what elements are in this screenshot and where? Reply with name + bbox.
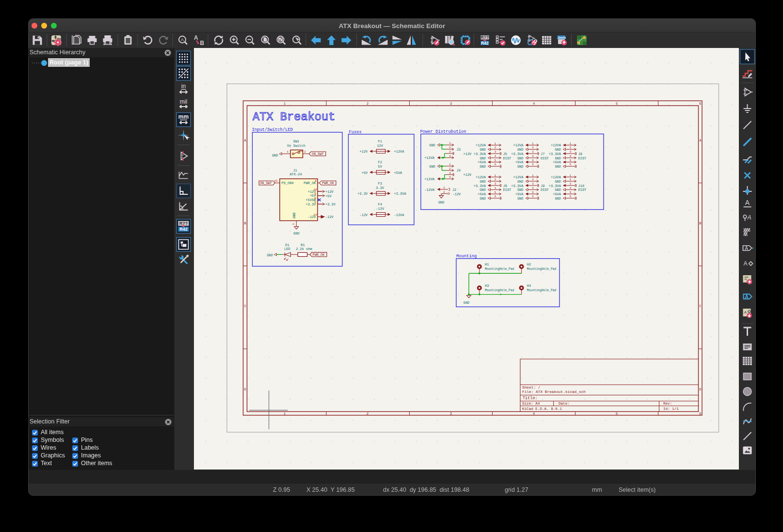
svg-text:4: 4: [449, 155, 451, 158]
svg-text:GND: GND: [479, 197, 486, 201]
svg-text:On Switch: On Switch: [287, 144, 305, 148]
svg-text:4: 4: [570, 155, 572, 158]
svg-text:KiCad E.D.A. 9.0.1: KiCad E.D.A. 9.0.1: [522, 407, 562, 411]
svg-text:1: 1: [443, 186, 445, 189]
svg-text:1: 1: [284, 412, 286, 416]
svg-text:+5VA: +5VA: [515, 192, 524, 196]
svg-text:MountingHole_Pad: MountingHole_Pad: [485, 267, 514, 271]
svg-text:4: 4: [570, 187, 572, 190]
svg-text:5: 5: [532, 191, 534, 194]
svg-text:4: 4: [532, 187, 534, 190]
svg-text:+12VA: +12VA: [424, 177, 435, 181]
svg-text:DIST: DIST: [541, 156, 549, 160]
svg-text:MountingHole_Pad: MountingHole_Pad: [527, 289, 557, 292]
svg-text:+5VA: +5VA: [515, 160, 524, 164]
svg-text:Mounting: Mounting: [456, 254, 477, 259]
svg-text:3: 3: [495, 150, 496, 154]
svg-text:GND: GND: [272, 154, 278, 157]
svg-text:GND: GND: [517, 188, 524, 192]
svg-text:Size: A4: Size: A4: [522, 402, 540, 406]
svg-text:F2: F2: [378, 160, 382, 164]
svg-text:GND: GND: [517, 156, 524, 160]
svg-text:ON_SWT: ON_SWT: [260, 181, 272, 185]
svg-text:+3.3VA: +3.3VA: [549, 184, 561, 188]
svg-text:ON_SWT: ON_SWT: [312, 152, 323, 156]
svg-text:+5VA: +5VA: [553, 160, 561, 164]
svg-text:+12V: +12V: [359, 150, 368, 154]
svg-text:C: C: [699, 304, 701, 308]
svg-text:2: 2: [449, 146, 451, 149]
svg-text:PS_ON#: PS_ON#: [282, 181, 294, 185]
svg-text:Power Distrubution: Power Distrubution: [420, 129, 466, 134]
svg-text:2: 2: [570, 178, 572, 181]
svg-text:GND: GND: [479, 180, 486, 184]
svg-text:GND: GND: [517, 197, 524, 201]
svg-text:4: 4: [495, 187, 496, 190]
svg-text:J10: J10: [578, 184, 585, 188]
svg-text:DIST: DIST: [578, 188, 587, 192]
svg-text:+12VA: +12VA: [394, 150, 405, 154]
svg-text:DIST: DIST: [503, 156, 511, 160]
svg-text:GND: GND: [555, 188, 561, 192]
svg-text:2: 2: [495, 146, 496, 149]
svg-text:J4: J4: [457, 169, 461, 172]
svg-text:D1: D1: [285, 243, 289, 247]
svg-text:5: 5: [570, 159, 572, 162]
svg-text:4: 4: [495, 155, 496, 158]
svg-text:6: 6: [495, 195, 496, 198]
svg-text:+12V: +12V: [463, 173, 472, 177]
svg-text:DIST: DIST: [578, 156, 587, 160]
svg-text:R42: R42: [481, 41, 489, 46]
svg-text:3: 3: [449, 150, 451, 154]
svg-text:-12V: -12V: [453, 192, 462, 196]
svg-text:2: 2: [304, 150, 306, 154]
svg-text:J2: J2: [452, 188, 456, 192]
svg-text:B: B: [200, 40, 205, 47]
svg-text:J9: J9: [541, 184, 544, 188]
svg-text:+12VA: +12VA: [513, 175, 524, 179]
svg-text:J6: J6: [503, 184, 507, 188]
svg-text:+12V: +12V: [463, 152, 472, 156]
svg-text:+3.3VA: +3.3VA: [511, 184, 524, 188]
svg-text:2: 2: [443, 190, 445, 194]
svg-text:GND: GND: [517, 148, 524, 152]
svg-text:R1: R1: [301, 243, 304, 247]
svg-text:GND: GND: [517, 165, 524, 169]
svg-text:J8: J8: [578, 152, 582, 156]
svg-text:6: 6: [495, 163, 496, 166]
svg-text:H4: H4: [527, 284, 531, 288]
svg-text:Date:: Date:: [559, 402, 570, 406]
svg-text:6: 6: [699, 102, 701, 106]
svg-text:+12VA: +12VA: [476, 143, 486, 147]
svg-text:6: 6: [570, 163, 572, 166]
svg-text:1: 1: [284, 102, 286, 106]
svg-text:A: A: [745, 246, 748, 251]
svg-text:5: 5: [616, 102, 618, 106]
svg-text:Rev:: Rev:: [663, 402, 672, 406]
svg-text:+3.3VA: +3.3VA: [474, 184, 486, 188]
svg-text:4: 4: [533, 412, 535, 416]
svg-text:GND: GND: [479, 188, 486, 192]
svg-text:2: 2: [367, 412, 368, 416]
svg-text:2: 2: [532, 178, 534, 181]
svg-text:+5VA: +5VA: [478, 192, 486, 196]
svg-text:GND: GND: [555, 148, 561, 152]
svg-text:J3: J3: [457, 148, 461, 152]
svg-text:ATX-24: ATX-24: [289, 172, 302, 176]
svg-text:GND: GND: [438, 201, 445, 204]
svg-text:+12VA: +12VA: [513, 143, 524, 147]
svg-text:Title:: Title:: [523, 396, 538, 401]
svg-text:5: 5: [570, 191, 572, 194]
svg-text:+5VA: +5VA: [394, 171, 403, 175]
svg-text:5: 5: [532, 159, 534, 162]
svg-text:A: A: [743, 260, 747, 267]
svg-text:F1: F1: [378, 140, 382, 143]
svg-text:Fuses: Fuses: [349, 130, 362, 135]
svg-text:A: A: [181, 37, 184, 42]
svg-text:+5VA: +5VA: [478, 160, 486, 164]
svg-text:6: 6: [699, 412, 701, 416]
svg-text:2: 2: [570, 146, 572, 149]
svg-text:+3.3VA: +3.3VA: [394, 192, 407, 196]
svg-text:14: 14: [313, 213, 317, 217]
svg-text:mil: mil: [180, 98, 187, 105]
